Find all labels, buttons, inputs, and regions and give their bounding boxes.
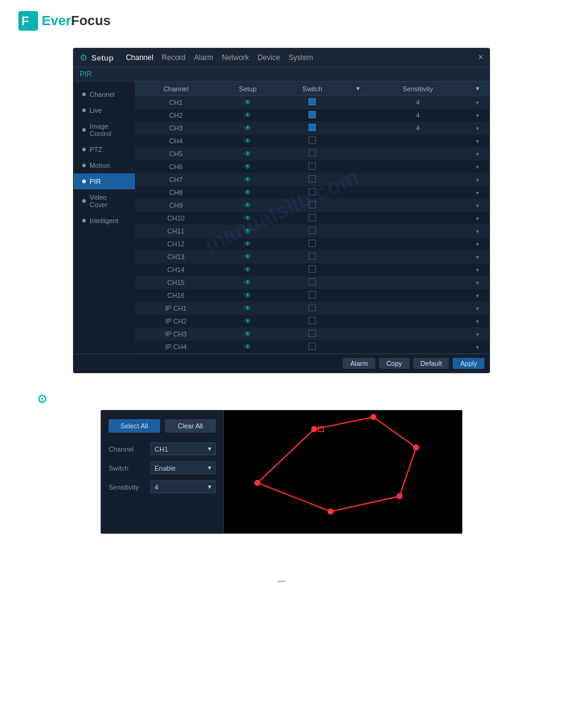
sidebar-item-ptz[interactable]: PTZ bbox=[74, 142, 135, 157]
switch-checkbox[interactable] bbox=[278, 225, 346, 238]
switch-checkbox[interactable] bbox=[278, 315, 346, 328]
polygon-dot-3[interactable] bbox=[413, 444, 419, 450]
dropdown-arrow[interactable]: ▾ bbox=[476, 202, 479, 209]
polygon-dot-2[interactable] bbox=[370, 414, 377, 420]
dropdown-arrow[interactable]: ▾ bbox=[476, 189, 479, 196]
sens-dropdown[interactable]: ▾ bbox=[466, 122, 489, 135]
checkbox-off[interactable] bbox=[308, 343, 316, 350]
eye-icon[interactable]: 👁 bbox=[244, 291, 251, 300]
nav-network[interactable]: Network bbox=[222, 52, 249, 63]
checkbox-off[interactable] bbox=[308, 291, 316, 298]
alarm-button[interactable]: Alarm bbox=[343, 358, 375, 369]
checkbox-off[interactable] bbox=[308, 265, 316, 273]
sens-dropdown[interactable]: ▾ bbox=[466, 225, 489, 238]
pir-polygon-canvas[interactable] bbox=[224, 411, 462, 533]
eye-icon[interactable]: 👁 bbox=[244, 252, 251, 261]
setup-eye[interactable]: 👁 bbox=[217, 328, 278, 341]
setup-eye[interactable]: 👁 bbox=[217, 148, 278, 161]
setup-eye[interactable]: 👁 bbox=[217, 238, 278, 251]
default-button[interactable]: Default bbox=[413, 358, 450, 369]
setup-eye[interactable]: 👁 bbox=[217, 96, 278, 109]
setup-eye[interactable]: 👁 bbox=[217, 109, 278, 122]
checkbox-off[interactable] bbox=[308, 162, 316, 170]
dropdown-arrow[interactable]: ▾ bbox=[476, 151, 479, 157]
sens-dropdown[interactable]: ▾ bbox=[466, 276, 489, 289]
dropdown-arrow[interactable]: ▾ bbox=[476, 125, 479, 132]
switch-checkbox[interactable] bbox=[278, 122, 346, 135]
pir-polygon[interactable] bbox=[258, 417, 416, 511]
setup-eye[interactable]: 👁 bbox=[217, 264, 278, 276]
eye-icon[interactable]: 👁 bbox=[244, 188, 251, 197]
checkbox-off[interactable] bbox=[308, 150, 316, 157]
switch-checkbox[interactable] bbox=[278, 289, 346, 302]
nav-device[interactable]: Device bbox=[258, 52, 280, 63]
nav-alarm[interactable]: Alarm bbox=[194, 52, 213, 63]
eye-icon[interactable]: 👁 bbox=[244, 317, 251, 325]
sens-dropdown[interactable]: ▾ bbox=[466, 96, 489, 109]
dropdown-arrow[interactable]: ▾ bbox=[476, 344, 479, 351]
checkbox-off[interactable] bbox=[308, 330, 316, 337]
sens-dropdown[interactable]: ▾ bbox=[466, 238, 489, 251]
switch-checkbox[interactable] bbox=[278, 96, 346, 109]
sens-dropdown[interactable]: ▾ bbox=[466, 328, 489, 341]
eye-icon[interactable]: 👁 bbox=[244, 227, 251, 235]
polygon-dot-4[interactable] bbox=[397, 493, 403, 499]
sens-dropdown[interactable]: ▾ bbox=[466, 148, 489, 161]
sens-dropdown[interactable]: ▾ bbox=[466, 264, 489, 276]
setup-eye[interactable]: 👁 bbox=[217, 122, 278, 135]
setup-eye[interactable]: 👁 bbox=[217, 341, 278, 354]
checkbox-off[interactable] bbox=[308, 214, 316, 221]
sens-dropdown[interactable]: ▾ bbox=[466, 199, 489, 212]
sens-dropdown[interactable]: ▾ bbox=[466, 135, 489, 148]
setup-eye[interactable]: 👁 bbox=[217, 302, 278, 315]
eye-icon[interactable]: 👁 bbox=[244, 124, 251, 132]
setup-eye[interactable]: 👁 bbox=[217, 276, 278, 289]
pir-channel-select[interactable]: CH1 ▾ bbox=[150, 442, 216, 455]
checkbox-off[interactable] bbox=[308, 252, 316, 260]
copy-button[interactable]: Copy bbox=[379, 358, 410, 369]
checkbox-off[interactable] bbox=[308, 227, 316, 234]
checkbox-off[interactable] bbox=[308, 137, 316, 144]
sidebar-item-motion[interactable]: Motion bbox=[74, 157, 135, 173]
setup-eye[interactable]: 👁 bbox=[217, 315, 278, 328]
dropdown-arrow[interactable]: ▾ bbox=[476, 279, 479, 286]
switch-checkbox[interactable] bbox=[278, 302, 346, 315]
switch-checkbox[interactable] bbox=[278, 199, 346, 212]
nav-channel[interactable]: Channel bbox=[126, 52, 153, 63]
col-header-sens-arrow[interactable]: ▾ bbox=[466, 82, 489, 96]
checkbox-off[interactable] bbox=[308, 278, 316, 286]
eye-icon[interactable]: 👁 bbox=[244, 137, 251, 145]
sens-dropdown[interactable]: ▾ bbox=[466, 251, 489, 264]
checkbox-on[interactable] bbox=[308, 98, 316, 105]
setup-eye[interactable]: 👁 bbox=[217, 251, 278, 264]
checkbox-off[interactable] bbox=[308, 240, 316, 247]
setup-eye[interactable]: 👁 bbox=[217, 289, 278, 302]
checkbox-off[interactable] bbox=[308, 317, 316, 324]
sidebar-item-intelligent[interactable]: Intelligent bbox=[74, 213, 135, 229]
dropdown-arrow[interactable]: ▾ bbox=[476, 176, 479, 183]
eye-icon[interactable]: 👁 bbox=[244, 330, 251, 338]
pir-switch-select[interactable]: Enable ▾ bbox=[150, 461, 216, 474]
eye-icon[interactable]: 👁 bbox=[244, 265, 251, 274]
checkbox-off[interactable] bbox=[308, 175, 316, 183]
checkbox-on[interactable] bbox=[308, 111, 316, 118]
sens-dropdown[interactable]: ▾ bbox=[466, 341, 489, 354]
switch-checkbox[interactable] bbox=[278, 238, 346, 251]
col-header-switch-arrow[interactable]: ▾ bbox=[346, 82, 369, 96]
sidebar-item-pir[interactable]: PIR bbox=[74, 173, 135, 189]
dropdown-arrow[interactable]: ▾ bbox=[476, 292, 479, 299]
checkbox-on[interactable] bbox=[308, 124, 316, 131]
switch-checkbox[interactable] bbox=[278, 161, 346, 173]
eye-icon[interactable]: 👁 bbox=[244, 343, 251, 351]
polygon-dot-1[interactable] bbox=[311, 426, 317, 432]
dropdown-arrow[interactable]: ▾ bbox=[476, 215, 479, 222]
sens-dropdown[interactable]: ▾ bbox=[466, 109, 489, 122]
clear-all-button[interactable]: Clear All bbox=[165, 419, 216, 433]
switch-checkbox[interactable] bbox=[278, 109, 346, 122]
sens-dropdown[interactable]: ▾ bbox=[466, 212, 489, 225]
sidebar-item-image-control[interactable]: Image Control bbox=[74, 118, 135, 142]
switch-checkbox[interactable] bbox=[278, 276, 346, 289]
sens-dropdown[interactable]: ▾ bbox=[466, 173, 489, 186]
switch-checkbox[interactable] bbox=[278, 341, 346, 354]
dropdown-arrow[interactable]: ▾ bbox=[476, 318, 479, 325]
